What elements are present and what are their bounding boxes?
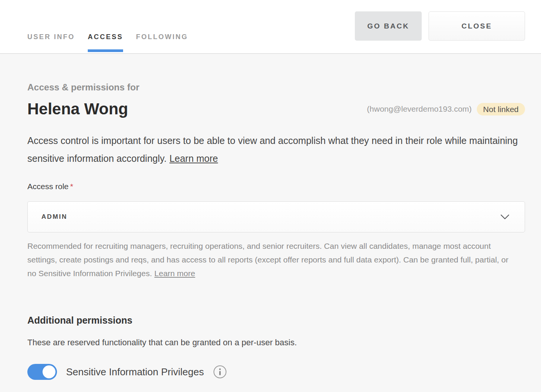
user-name: Helena Wong [27,100,128,118]
go-back-button[interactable]: GO BACK [355,11,422,41]
user-meta: (hwong@leverdemo193.com) Not linked [367,103,525,115]
access-role-label-text: Access role [27,182,69,191]
tab-access[interactable]: ACCESS [88,0,123,54]
toggle-knob [43,365,55,378]
section-eyebrow: Access & permissions for [27,82,525,92]
intro-paragraph: Access control is important for users to… [27,132,521,168]
user-access-modal: USER INFO ACCESS FOLLOWING GO BACK CLOSE… [0,0,541,392]
access-role-label: Access role* [27,182,525,191]
link-status-badge: Not linked [477,103,525,115]
additional-permissions-title: Additional permissions [27,315,525,326]
intro-learn-more-link[interactable]: Learn more [169,153,218,164]
sensitive-info-row: Sensitive Information Privileges [27,364,525,380]
tab-following[interactable]: FOLLOWING [136,0,188,54]
chevron-down-icon [500,214,509,220]
close-button[interactable]: CLOSE [429,11,525,41]
info-icon[interactable] [213,365,227,379]
user-email: (hwong@leverdemo193.com) [367,104,472,114]
role-learn-more-link[interactable]: Learn more [154,269,195,278]
intro-text: Access control is important for users to… [27,135,518,164]
user-name-row: Helena Wong (hwong@leverdemo193.com) Not… [27,100,525,118]
modal-header: USER INFO ACCESS FOLLOWING GO BACK CLOSE [0,0,541,54]
tab-bar: USER INFO ACCESS FOLLOWING [27,0,188,53]
sensitive-info-toggle[interactable] [27,364,57,380]
sensitive-info-label: Sensitive Information Privileges [66,366,204,378]
access-role-select[interactable]: ADMIN [27,201,525,232]
tab-user-info[interactable]: USER INFO [27,0,75,54]
required-asterisk: * [70,182,73,191]
access-panel: Access & permissions for Helena Wong (hw… [0,82,541,380]
role-description-text: Recommended for recruiting managers, rec… [27,242,508,278]
header-actions: GO BACK CLOSE [355,11,525,53]
role-description: Recommended for recruiting managers, rec… [27,239,514,280]
access-role-value: ADMIN [41,213,67,221]
additional-permissions-description: These are reserved functionality that ca… [27,337,525,348]
